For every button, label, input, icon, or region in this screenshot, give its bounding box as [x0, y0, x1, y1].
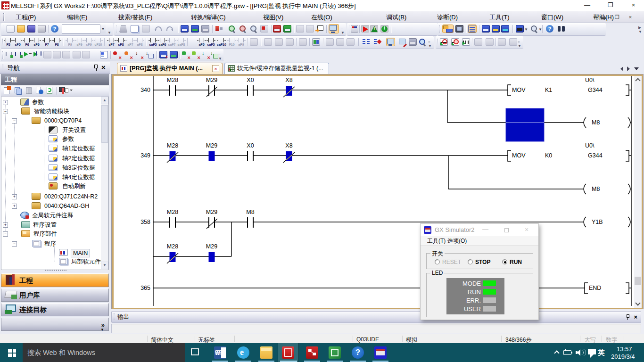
svg-text:G344: G344	[588, 152, 603, 159]
svg-text:M8: M8	[592, 186, 600, 192]
svg-text:X0: X0	[247, 142, 254, 149]
svg-text:365: 365	[140, 285, 150, 291]
svg-text:X8: X8	[285, 77, 292, 83]
svg-text:K1: K1	[545, 87, 552, 93]
svg-text:M28: M28	[167, 142, 178, 149]
svg-text:U0\: U0\	[585, 142, 594, 149]
svg-text:M29: M29	[206, 209, 217, 215]
svg-text:340: 340	[140, 87, 150, 93]
svg-text:M8: M8	[246, 209, 254, 215]
svg-text:M29: M29	[206, 243, 217, 250]
svg-text:M8: M8	[592, 119, 600, 126]
svg-text:X8: X8	[285, 142, 292, 149]
svg-text:K0: K0	[545, 152, 552, 159]
svg-text:349: 349	[140, 152, 150, 159]
svg-text:U0\: U0\	[585, 77, 594, 83]
svg-text:MOV: MOV	[512, 87, 526, 93]
svg-text:Y1B: Y1B	[592, 219, 603, 225]
svg-text:M28: M28	[167, 243, 178, 250]
svg-text:M28: M28	[167, 77, 178, 83]
svg-text:M28: M28	[167, 209, 178, 215]
svg-text:358: 358	[140, 219, 150, 225]
svg-text:END: END	[589, 285, 601, 291]
svg-text:G344: G344	[588, 87, 603, 93]
svg-text:MOV: MOV	[512, 152, 526, 159]
svg-text:M29: M29	[206, 142, 217, 149]
svg-text:X0: X0	[247, 77, 254, 83]
svg-text:M29: M29	[206, 77, 217, 83]
